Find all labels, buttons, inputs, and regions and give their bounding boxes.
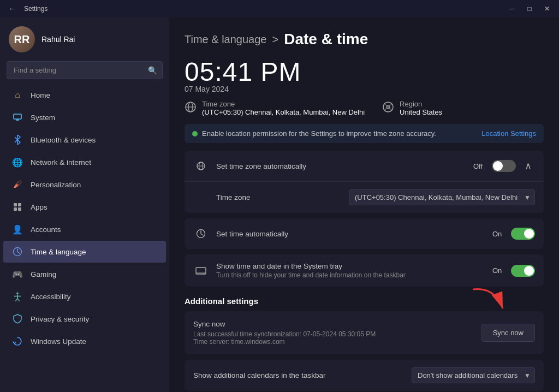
sidebar-item-label: Bluetooth & devices: [31, 136, 96, 144]
sidebar-item-label: Accounts: [31, 225, 61, 234]
sidebar-item-label: Time & language: [31, 248, 86, 256]
sidebar-item-bluetooth[interactable]: Bluetooth & devices: [3, 129, 166, 151]
toggle-knob: [524, 229, 534, 239]
sidebar-item-time[interactable]: Time & language: [3, 241, 166, 263]
expand-button[interactable]: ∧: [521, 159, 535, 173]
sidebar-item-apps[interactable]: Apps: [3, 196, 166, 218]
auto-timezone-icon: [193, 158, 209, 174]
update-icon: [12, 336, 23, 347]
timezone-icon: [185, 101, 197, 116]
page-title-row: Time & language > Date & time: [185, 31, 544, 48]
sidebar-item-gaming[interactable]: 🎮 Gaming: [3, 263, 166, 285]
timezone-row-label: Time zone: [216, 193, 349, 201]
breadcrumb-parent: Time & language: [185, 33, 266, 46]
svg-rect-6: [18, 207, 21, 211]
sidebar-item-label: Home: [31, 91, 50, 99]
sidebar-item-personalization[interactable]: 🖌 Personalization: [3, 174, 166, 195]
region-label: Region: [400, 100, 442, 108]
timezone-dropdown-label-wrap: Time zone: [216, 193, 349, 201]
breadcrumb-separator: >: [272, 33, 278, 46]
location-banner-text: Enable location permission for the Setti…: [202, 129, 436, 138]
auto-timezone-state: Off: [473, 162, 486, 170]
time-icon: [12, 246, 23, 257]
sidebar-item-label: System: [31, 114, 55, 122]
sync-detail2: Time server: time.windows.com: [193, 338, 481, 346]
sidebar-item-accounts[interactable]: 👤 Accounts: [3, 218, 166, 240]
sidebar-item-label: Accessibility: [31, 293, 71, 301]
set-time-auto-control: On: [492, 228, 535, 240]
sidebar-item-privacy[interactable]: Privacy & security: [3, 308, 166, 330]
search-box: 🔍: [7, 61, 163, 79]
auto-timezone-control: Off ∧: [473, 159, 535, 173]
sync-now-button[interactable]: Sync now: [481, 324, 535, 342]
svg-line-11: [15, 299, 17, 301]
search-icon: 🔍: [148, 66, 157, 75]
region-icon: [382, 101, 394, 116]
systray-text: Show time and date in the System tray Tu…: [216, 262, 492, 279]
systray-state: On: [492, 266, 506, 275]
privacy-icon: [12, 313, 23, 324]
set-time-auto-label: Set time automatically: [216, 230, 492, 238]
timezone-value: (UTC+05:30) Chennai, Kolkata, Mumbai, Ne…: [202, 108, 365, 116]
location-settings-link[interactable]: Location Settings: [481, 129, 536, 138]
sidebar-item-label: Gaming: [31, 270, 56, 278]
accounts-icon: 👤: [12, 224, 23, 235]
titlebar: ← Settings ─ □ ✕: [0, 0, 559, 17]
sidebar-item-system[interactable]: System: [3, 106, 166, 128]
back-button[interactable]: ←: [4, 3, 20, 15]
timezone-dropdown[interactable]: (UTC+05:30) Chennai, Kolkata, Mumbai, Ne…: [349, 189, 535, 205]
titlebar-controls: ─ □ ✕: [504, 3, 555, 15]
set-time-auto-state: On: [492, 230, 506, 238]
personalization-icon: 🖌: [12, 179, 23, 190]
location-banner-left: Enable location permission for the Setti…: [192, 129, 436, 138]
location-banner: Enable location permission for the Setti…: [185, 124, 544, 143]
sidebar-item-update[interactable]: Windows Update: [3, 330, 166, 352]
svg-rect-0: [14, 114, 21, 119]
system-icon: [12, 112, 23, 123]
systray-sublabel: Turn this off to hide your time and date…: [216, 271, 492, 279]
minimize-button[interactable]: ─: [504, 3, 520, 15]
timezone-info: Time zone (UTC+05:30) Chennai, Kolkata, …: [185, 100, 365, 116]
home-icon: ⌂: [12, 90, 23, 100]
auto-timezone-toggle[interactable]: [492, 160, 516, 172]
search-input[interactable]: [7, 61, 163, 79]
time-info-row: Time zone (UTC+05:30) Chennai, Kolkata, …: [185, 100, 544, 116]
systray-card: Show time and date in the System tray Tu…: [185, 254, 544, 287]
region-value: United States: [400, 108, 442, 116]
calendars-dropdown[interactable]: Don't show additional calendars: [412, 367, 535, 383]
current-time: 05:41 PM: [185, 57, 544, 87]
systray-label: Show time and date in the System tray: [216, 262, 492, 270]
auto-timezone-label: Set time zone automatically: [216, 162, 473, 170]
main-content: Time & language > Date & time 05:41 PM 0…: [169, 17, 559, 392]
systray-toggle[interactable]: [511, 265, 535, 277]
user-profile[interactable]: RR Rahul Rai: [0, 17, 169, 59]
toggle-knob: [524, 266, 534, 276]
titlebar-left: ← Settings: [4, 3, 47, 15]
svg-line-12: [17, 299, 20, 301]
sidebar-item-label: Personalization: [31, 181, 81, 189]
maximize-button[interactable]: □: [522, 3, 537, 15]
sidebar-item-home[interactable]: ⌂ Home: [3, 84, 166, 106]
svg-rect-3: [14, 203, 17, 206]
sync-title: Sync now: [193, 320, 481, 328]
sidebar-item-label: Privacy & security: [31, 315, 89, 323]
sidebar-item-label: Windows Update: [31, 337, 86, 346]
sync-info: Sync now Last successful time synchroniz…: [193, 320, 481, 346]
sidebar-item-network[interactable]: 🌐 Network & internet: [3, 151, 166, 173]
sidebar-item-label: Network & internet: [31, 158, 91, 167]
systray-row: Show time and date in the System tray Tu…: [185, 254, 544, 287]
sync-card: Sync now Last successful time synchroniz…: [185, 311, 544, 354]
close-button[interactable]: ✕: [539, 3, 555, 15]
timezone-dropdown-wrap: (UTC+05:30) Chennai, Kolkata, Mumbai, Ne…: [349, 189, 535, 205]
set-time-auto-toggle[interactable]: [511, 228, 535, 240]
sidebar-item-accessibility[interactable]: Accessibility: [3, 286, 166, 307]
network-icon: 🌐: [12, 157, 23, 168]
app-title: Settings: [24, 5, 47, 13]
bluetooth-icon: [12, 134, 23, 145]
set-time-auto-text: Set time automatically: [216, 230, 492, 238]
calendars-row: Show additional calendars in the taskbar…: [185, 360, 544, 391]
sync-detail1: Last successful time synchronization: 07…: [193, 330, 481, 338]
svg-rect-24: [203, 274, 205, 275]
toggle-knob: [493, 161, 503, 171]
timezone-dropdown-row: Time zone (UTC+05:30) Chennai, Kolkata, …: [185, 182, 544, 213]
